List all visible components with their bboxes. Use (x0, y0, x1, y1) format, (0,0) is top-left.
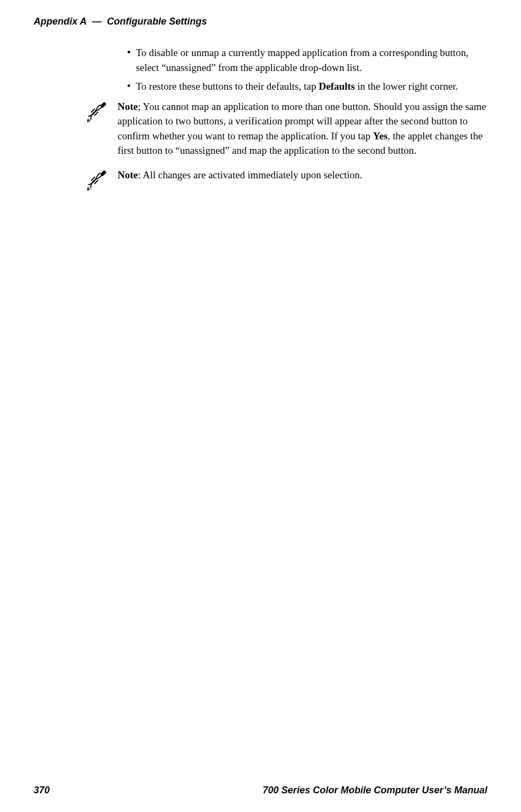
bullet-text: To disable or unmap a currently mapped a… (136, 45, 487, 75)
note-icon (87, 100, 109, 123)
svg-line-2 (91, 109, 95, 112)
header-title: Configurable Settings (107, 16, 207, 27)
manual-title: 700 Series Color Mobile Computer User’s … (263, 785, 487, 796)
note-text-before: All changes are activated immediately up… (143, 169, 362, 180)
svg-line-3 (93, 179, 96, 182)
page-content: • To disable or unmap a currently mapped… (118, 45, 487, 196)
bullet-marker: • (127, 45, 130, 75)
svg-line-0 (93, 111, 96, 114)
note-label: Note (118, 101, 138, 112)
bullet-text-bold: Defaults (318, 81, 355, 92)
page-header: Appendix A — Configurable Settings (34, 16, 487, 27)
note-icon (87, 169, 109, 191)
bullet-item: • To disable or unmap a currently mapped… (127, 45, 487, 75)
svg-line-1 (95, 112, 98, 115)
header-dash: — (92, 16, 102, 27)
note-sep: ; (138, 101, 143, 112)
note-sep: : (138, 169, 143, 180)
page-number: 370 (34, 785, 50, 796)
note-text-bold: Yes (373, 130, 387, 141)
note-text: Note; You cannot map an application to m… (118, 99, 487, 158)
bullet-text-before: To restore these buttons to their defaul… (136, 81, 318, 92)
bullet-text-before: To disable or unmap a currently mapped a… (136, 47, 468, 73)
svg-line-4 (95, 180, 98, 184)
note-block: Note: All changes are activated immediat… (118, 168, 487, 191)
page-footer: 370 700 Series Color Mobile Computer Use… (34, 785, 487, 796)
svg-line-5 (91, 177, 95, 180)
note-text: Note: All changes are activated immediat… (118, 168, 362, 191)
bullet-text: To restore these buttons to their defaul… (136, 79, 458, 94)
note-block: Note; You cannot map an application to m… (118, 99, 487, 158)
bullet-marker: • (127, 79, 130, 94)
note-label: Note (118, 169, 138, 180)
bullet-item: • To restore these buttons to their defa… (127, 79, 487, 94)
bullet-text-after: in the lower right corner. (355, 81, 458, 92)
header-appendix: Appendix A (34, 16, 87, 27)
